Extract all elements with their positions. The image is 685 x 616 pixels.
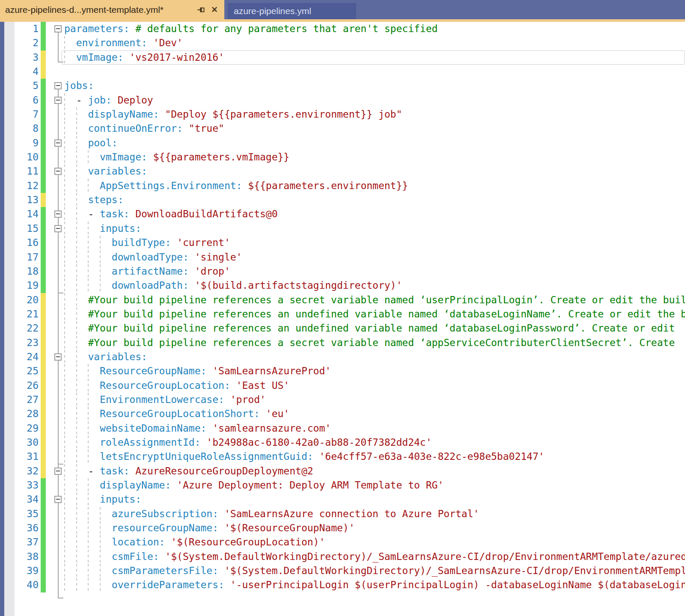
line-number[interactable]: 3 [0,50,39,65]
line-number[interactable]: 37 [0,535,39,549]
line-number[interactable]: 19 [0,278,39,293]
line-number[interactable]: 30 [0,435,39,450]
code-line[interactable]: 40overrideParameters: '-userPrincipalLog… [0,578,685,592]
code-line[interactable]: 38csmFile: '$(System.DefaultWorkingDirec… [0,550,685,564]
code-text[interactable]: azureSubscription: 'SamLearnsAzure conne… [64,507,685,521]
code-text[interactable]: resourceGroupName: '$(ResourceGroupName)… [64,521,685,535]
code-text[interactable]: ResourceGroupLocation: 'East US' [64,379,685,393]
code-text[interactable]: - task: DownloadBuildArtifacts@0 [64,207,685,221]
code-text[interactable]: downloadType: 'single' [64,250,685,264]
line-number[interactable]: 16 [0,236,39,250]
code-text[interactable]: variables: [64,350,685,364]
code-line[interactable]: 13steps: [0,193,685,207]
code-text[interactable]: vmImage: 'vs2017-win2016' [64,50,685,65]
code-text[interactable]: - job: Deploy [64,93,685,107]
code-line[interactable]: 3vmImage: 'vs2017-win2016' [0,50,685,65]
pin-icon[interactable] [195,4,206,15]
line-number[interactable]: 40 [0,578,39,592]
code-line[interactable]: 28ResourceGroupLocationShort: 'eu' [0,407,685,421]
line-number[interactable]: 27 [0,393,39,407]
line-number[interactable]: 7 [0,107,39,121]
code-line[interactable]: 23#Your build pipeline references a secr… [0,336,685,350]
code-text[interactable]: artifactName: 'drop' [64,264,685,278]
line-number[interactable]: 22 [0,321,39,335]
code-text[interactable]: - task: AzureResourceGroupDeployment@2 [64,464,685,478]
code-line[interactable]: 21#Your build pipeline references an und… [0,307,685,321]
fold-collapse-box[interactable] [54,210,62,218]
code-text[interactable] [64,65,685,79]
line-number[interactable]: 21 [0,307,39,321]
line-number[interactable]: 38 [0,550,39,564]
line-number[interactable]: 34 [0,492,39,506]
line-number[interactable]: 9 [0,136,39,150]
code-text[interactable]: inputs: [64,492,685,506]
line-number[interactable]: 14 [0,207,39,221]
code-line[interactable]: 36resourceGroupName: '$(ResourceGroupNam… [0,521,685,535]
fold-margin[interactable] [45,207,64,221]
fold-margin[interactable] [45,164,64,178]
fold-collapse-box[interactable] [54,225,62,232]
code-line[interactable]: 6- job: Deploy [0,93,685,107]
code-line[interactable]: 39csmParametersFile: '$(System.DefaultWo… [0,564,685,578]
code-text[interactable]: ResourceGroupName: 'SamLearnsAzureProd' [64,364,685,378]
code-line[interactable]: 24variables: [0,350,685,364]
code-text[interactable]: continueOnError: "true" [64,121,685,136]
code-line[interactable]: 17downloadType: 'single' [0,250,685,264]
fold-margin[interactable] [45,222,64,236]
line-number[interactable]: 4 [0,65,39,79]
code-text[interactable]: buildType: 'current' [64,236,685,250]
code-line[interactable]: 11variables: [0,164,685,178]
code-line[interactable]: 25ResourceGroupName: 'SamLearnsAzureProd… [0,364,685,378]
code-line[interactable]: 16buildType: 'current' [0,236,685,250]
fold-collapse-box[interactable] [54,468,62,475]
tab-azure-pipelines-deployment-template[interactable]: azure-pipelines-d...yment-template.yml* … [0,0,224,19]
line-number[interactable]: 8 [0,121,39,136]
code-text[interactable]: roleAssignmentId: 'b24988ac-6180-42a0-ab… [64,435,685,450]
code-line[interactable]: 4 [0,65,685,79]
fold-margin[interactable] [45,79,64,93]
code-text[interactable]: pool: [64,136,685,150]
code-line[interactable]: 15inputs: [0,222,685,236]
line-number[interactable]: 18 [0,264,39,278]
code-line[interactable]: 31letsEncryptUniqueRoleAssignmentGuid: '… [0,450,685,464]
fold-collapse-box[interactable] [54,82,62,89]
code-text[interactable]: jobs: [64,79,685,93]
code-text[interactable]: environment: 'Dev' [64,36,685,50]
code-line[interactable]: 30roleAssignmentId: 'b24988ac-6180-42a0-… [0,435,685,450]
code-line[interactable]: 10vmImage: ${{parameters.vmImage}} [0,150,685,164]
fold-margin[interactable] [45,136,64,150]
code-line[interactable]: 32- task: AzureResourceGroupDeployment@2 [0,464,685,478]
code-text[interactable]: EnvironmentLowercase: 'prod' [64,393,685,407]
code-text[interactable]: displayName: 'Azure Deployment: Deploy A… [64,478,685,492]
code-line[interactable]: 33displayName: 'Azure Deployment: Deploy… [0,478,685,492]
fold-margin[interactable] [45,22,64,36]
line-number[interactable]: 2 [0,36,39,50]
code-text[interactable]: steps: [64,193,685,207]
line-number[interactable]: 11 [0,164,39,178]
code-line[interactable]: 19downloadPath: '$(build.artifactstaging… [0,278,685,293]
code-line[interactable]: 29websiteDomainName: 'samlearnsazure.com… [0,421,685,435]
line-number[interactable]: 35 [0,507,39,521]
fold-margin[interactable] [45,492,64,506]
code-text[interactable]: location: '$(ResourceGroupLocation)' [64,535,685,549]
line-number[interactable]: 29 [0,421,39,435]
code-line[interactable]: 20#Your build pipeline references a secr… [0,293,685,307]
code-line[interactable]: 7displayName: "Deploy ${{parameters.envi… [0,107,685,121]
code-text[interactable]: #Your build pipeline references a secret… [64,293,685,307]
line-number[interactable]: 23 [0,336,39,350]
code-line[interactable]: 27EnvironmentLowercase: 'prod' [0,393,685,407]
code-line[interactable]: 14- task: DownloadBuildArtifacts@0 [0,207,685,221]
fold-collapse-box[interactable] [54,168,62,175]
code-line[interactable]: 34inputs: [0,492,685,506]
line-number[interactable]: 6 [0,93,39,107]
code-text[interactable]: csmFile: '$(System.DefaultWorkingDirecto… [64,550,685,564]
code-text[interactable]: #Your build pipeline references a secret… [64,336,685,350]
code-line[interactable]: 8continueOnError: "true" [0,121,685,136]
code-line[interactable]: 5jobs: [0,79,685,93]
code-text[interactable]: vmImage: ${{parameters.vmImage}} [64,150,685,164]
line-number[interactable]: 10 [0,150,39,164]
fold-collapse-box[interactable] [54,97,62,104]
line-number[interactable]: 15 [0,222,39,236]
fold-collapse-box[interactable] [54,496,62,503]
fold-collapse-box[interactable] [54,25,62,33]
